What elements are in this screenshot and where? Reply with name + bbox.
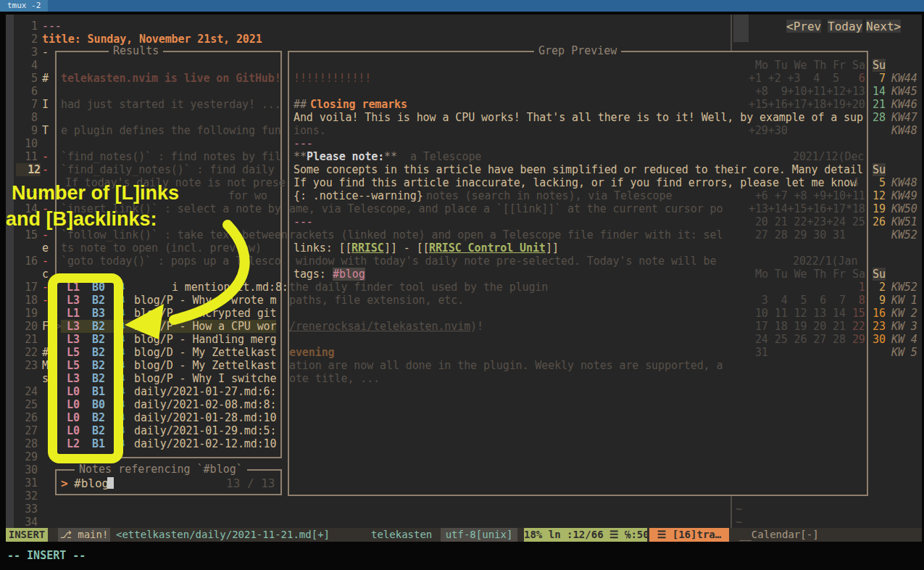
calendar-sunday[interactable]: 7	[873, 72, 886, 85]
result-item[interactable]	[61, 437, 276, 450]
calendar-days[interactable]: 17 18 19 20 21	[749, 320, 846, 333]
terminal-screen: tmux -2 Results Grep Preview Notes refer…	[0, 0, 924, 570]
calendar-sunday[interactable]: Su	[873, 163, 886, 176]
buffer-text: rackets (linked note) and open a Telesco…	[289, 228, 723, 241]
buffer-text: links: [[	[294, 241, 351, 255]
buffer-text: RRISC Control Unit	[429, 241, 546, 255]
calendar-month-label: 2022/1(Jan	[793, 255, 857, 268]
calendar-week-number: KW51	[891, 215, 917, 228]
calendar-days[interactable]: 31	[749, 346, 768, 359]
calendar-days[interactable]: +8 9+10+11+12+13	[749, 85, 865, 98]
result-item[interactable]	[61, 372, 276, 385]
result-item[interactable]	[61, 385, 276, 398]
calendar-sunday[interactable]: 12	[873, 189, 886, 202]
result-item[interactable]	[61, 411, 276, 424]
calendar-sunday[interactable]: 21	[873, 98, 886, 111]
buffer-text: tags:	[294, 268, 333, 281]
buffer-text: -	[42, 150, 49, 163]
buffer-text: And voila! This is how a CPU works! That…	[294, 111, 863, 124]
statusline-buffer-indicator: ☰ [16]tra…	[649, 528, 729, 542]
calendar-days[interactable]: 24 25 26 27 28	[749, 333, 846, 346]
calendar-sunday[interactable]: 2	[873, 281, 886, 294]
line-number: 19	[16, 307, 38, 320]
buffer-text: -	[42, 255, 49, 268]
result-counter: 13 / 13	[226, 476, 275, 490]
line-number: 18	[16, 294, 38, 307]
buffer-text: the daily finder tool used by the plugin	[289, 281, 548, 294]
buffer-text: s	[42, 372, 49, 385]
calendar-saturday[interactable]: 1	[846, 281, 865, 294]
line-number: 2	[16, 33, 38, 46]
statusline-cursor-position: 18% ln :12/66 ☰ ℅:50	[524, 528, 647, 542]
buffer-text: `find_daily_notes()` : find daily	[61, 163, 275, 176]
line-number: 22	[16, 346, 38, 359]
calendar-days[interactable]: 20 21 22+23+24 25	[749, 215, 865, 228]
buffer-text: ---	[294, 215, 313, 228]
calendar-days[interactable]: +6 +7 +8 +9+10+11	[749, 189, 865, 202]
calendar-sunday[interactable]: Su	[873, 268, 886, 281]
buffer-text: ---	[294, 137, 313, 150]
calendar-days[interactable]: +29+30	[749, 124, 788, 137]
calendar-saturday[interactable]: 15	[846, 307, 865, 320]
calendar-sunday[interactable]: 19	[873, 202, 886, 215]
line-number: 20	[16, 320, 38, 333]
calendar-saturday[interactable]: 6	[846, 72, 865, 85]
line-number: 9	[16, 124, 38, 137]
calendar-days[interactable]: 3 4 5 6 7	[749, 294, 846, 307]
line-number: 10	[16, 137, 38, 150]
calendar-sunday[interactable]: 23	[873, 320, 886, 333]
statusline: INSERT⎇ main!<ettelkasten/daily/2021-11-…	[6, 528, 922, 542]
calendar-sunday[interactable]: Su	[873, 59, 886, 72]
line-number: 29	[16, 450, 38, 463]
buffer-text: -	[42, 189, 49, 202]
calendar-saturday[interactable]: 8	[846, 294, 865, 307]
calendar-sunday[interactable]: 26	[873, 215, 886, 228]
buffer-text: **	[384, 150, 397, 163]
calendar-days[interactable]: 27 28 29 30 31	[749, 228, 846, 241]
result-item[interactable]	[61, 333, 276, 346]
result-item[interactable]	[61, 294, 276, 307]
calendar-week-number: KW 4	[891, 333, 917, 346]
result-item[interactable]	[61, 307, 276, 320]
calendar-sunday[interactable]: 16	[873, 307, 886, 320]
prompt-input[interactable]: #blog	[74, 476, 109, 490]
calendar-days[interactable]: +13+14+15+16+17*18	[749, 202, 865, 215]
buffer-text: ]] - [[	[384, 241, 430, 255]
result-item[interactable]	[61, 346, 276, 359]
result-item[interactable]	[61, 320, 276, 333]
result-item[interactable]	[61, 359, 276, 372]
calendar-days[interactable]: +1 +2 +3 4 5	[749, 72, 846, 85]
calendar-sunday[interactable]: 30	[873, 333, 886, 346]
result-item[interactable]	[61, 398, 276, 411]
buffer-text: 4	[852, 176, 859, 189]
line-number: 11	[16, 150, 38, 163]
calendar-days[interactable]: +15+16+17+18+19+20	[749, 98, 865, 111]
statusline-git-branch: ⎇ main!	[58, 528, 110, 542]
message-area: -- INSERT --	[0, 542, 924, 570]
calendar-sunday[interactable]: 14	[873, 85, 886, 98]
buffer-text: had just started it yesterday! ...	[61, 98, 281, 111]
result-item[interactable]	[61, 281, 276, 294]
calendar-days[interactable]: 10 11 12 13 14	[749, 307, 846, 320]
calendar-week-number: KW49	[891, 189, 917, 202]
buffer-text: e plugin defines the following fun	[61, 124, 281, 137]
buffer-text: c	[42, 268, 49, 281]
calendar-weekday-header: Mo Tu We Th Fr Sa	[755, 59, 865, 72]
mode-message: -- INSERT --	[7, 549, 86, 562]
result-item[interactable]	[61, 424, 276, 437]
calendar-saturday[interactable]: 29	[846, 333, 865, 346]
calendar-sunday[interactable]: 28	[873, 111, 886, 124]
buffer-text: Closing remarks	[310, 98, 407, 111]
line-number: 1	[16, 20, 38, 33]
line-number: 3	[16, 46, 38, 59]
buffer-text: F	[42, 320, 49, 333]
buffer-text: notes (search in notes), via Telescope	[426, 189, 672, 202]
calendar-saturday[interactable]: 22	[846, 320, 865, 333]
calendar-sunday[interactable]: 9	[873, 294, 886, 307]
calendar-days[interactable]	[749, 281, 846, 294]
calendar-sunday[interactable]: 5	[873, 176, 886, 189]
calendar-week-number: KW 3	[891, 320, 917, 333]
line-number: 23	[16, 359, 38, 372]
calendar-week-number: KW46	[891, 98, 917, 111]
line-number: 33	[16, 503, 38, 516]
